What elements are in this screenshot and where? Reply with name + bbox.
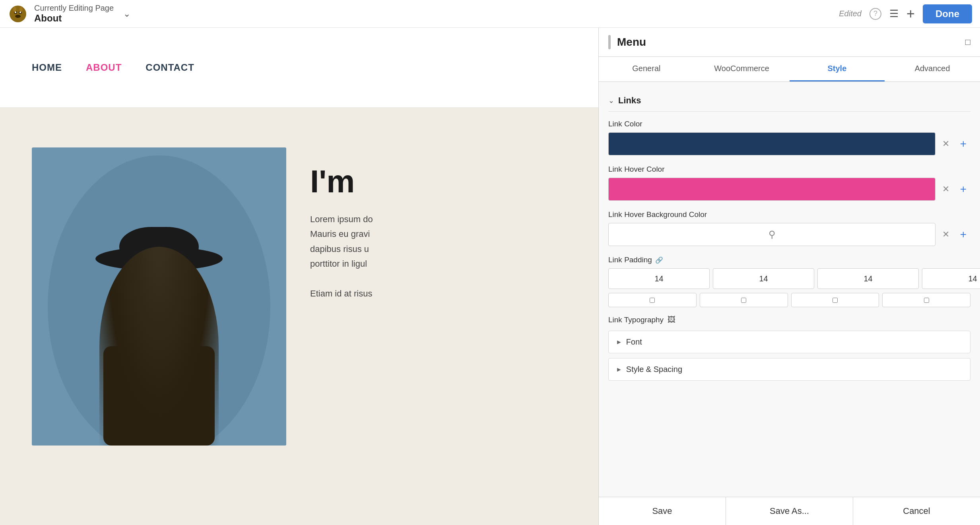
padding-left-input[interactable] (922, 268, 980, 289)
link-color-clear[interactable]: ✕ (939, 139, 953, 149)
drag-handle[interactable] (608, 35, 611, 49)
typography-label-row: Link Typography 🖼 (608, 315, 970, 324)
padding-right-input[interactable] (713, 268, 814, 289)
link-hover-bg-color-add[interactable]: + (956, 228, 970, 241)
hero-image-placeholder (32, 147, 286, 446)
padding-check-bottom[interactable] (791, 293, 879, 307)
link-hover-bg-color-field: Link Hover Background Color ⚲ ✕ + (608, 210, 970, 246)
style-spacing-chevron: ► (616, 366, 622, 373)
link-hover-bg-color-row: ⚲ ✕ + (608, 223, 970, 246)
tab-woocommerce[interactable]: WooCommerce (694, 57, 790, 81)
save-button[interactable]: Save (599, 497, 726, 525)
link-hover-color-clear[interactable]: ✕ (939, 184, 953, 194)
panel-tabs: General WooCommerce Style Advanced (599, 57, 980, 82)
padding-top-input[interactable] (608, 268, 710, 289)
svg-rect-24 (103, 346, 215, 446)
site-logo (8, 4, 28, 24)
tab-advanced[interactable]: Advanced (885, 57, 980, 81)
help-button[interactable]: ? (869, 8, 881, 20)
svg-point-23 (48, 155, 270, 446)
font-chevron: ► (616, 339, 622, 346)
settings-panel: Menu □ General WooCommerce Style Advance… (598, 28, 980, 525)
style-spacing-label: Style & Spacing (626, 365, 682, 374)
font-subsection: ► Font (608, 331, 970, 353)
svg-rect-33 (163, 294, 179, 305)
padding-check-left[interactable] (882, 293, 970, 307)
panel-footer: Save Save As... Cancel (599, 497, 980, 525)
checkbox-left[interactable] (924, 298, 929, 303)
svg-point-35 (147, 322, 171, 338)
svg-rect-32 (139, 294, 155, 305)
svg-point-0 (10, 6, 26, 22)
svg-point-25 (119, 251, 199, 346)
link-color-add[interactable]: + (956, 138, 970, 150)
svg-rect-27 (119, 227, 199, 267)
svg-point-29 (165, 293, 177, 304)
cancel-button[interactable]: Cancel (853, 497, 980, 525)
minimize-button[interactable]: □ (965, 37, 970, 47)
save-as-button[interactable]: Save As... (726, 497, 853, 525)
currently-editing-label: Currently Editing Page (34, 4, 114, 13)
link-color-swatch[interactable] (608, 132, 935, 155)
checkbox-bottom[interactable] (833, 298, 838, 303)
link-hover-bg-color-label: Link Hover Background Color (608, 210, 970, 219)
panel-title: Menu (617, 36, 646, 48)
padding-bottom-input[interactable] (817, 268, 919, 289)
style-spacing-subsection: ► Style & Spacing (608, 358, 970, 381)
link-padding-inputs: px ⌄ (608, 268, 970, 289)
top-bar: Currently Editing Page About ⌄ Edited ? … (0, 0, 980, 28)
monitor-icon: 🖼 (668, 315, 675, 324)
nav-links: HOME ABOUT CONTACT (32, 62, 194, 73)
hero-body: Lorem ipsum do Mauris eu gravi dapibus r… (310, 212, 588, 301)
svg-point-6 (13, 7, 16, 12)
svg-point-3 (15, 15, 21, 18)
padding-check-top[interactable] (608, 293, 697, 307)
hamburger-icon[interactable]: ☰ (889, 8, 898, 20)
nav-link-home[interactable]: HOME (32, 62, 62, 73)
add-button[interactable]: + (906, 6, 915, 22)
link-typography-label: Link Typography (608, 316, 664, 324)
hero-image (32, 147, 286, 446)
edited-label: Edited (839, 9, 862, 18)
link-padding-label-row: Link Padding 🔗 (608, 256, 970, 264)
link-padding-field: Link Padding 🔗 px ⌄ (608, 256, 970, 307)
link-hover-bg-color-clear[interactable]: ✕ (939, 229, 953, 240)
links-chevron: ⌄ (608, 96, 614, 105)
link-color-field: Link Color ✕ + (608, 120, 970, 155)
link-color-label: Link Color (608, 120, 970, 128)
checkbox-right[interactable] (741, 298, 746, 303)
svg-point-28 (141, 293, 153, 304)
links-section-header[interactable]: ⌄ Links (608, 90, 970, 112)
svg-point-30 (144, 295, 152, 303)
page-name: About (34, 13, 114, 24)
checkbox-top[interactable] (650, 298, 655, 303)
panel-header: Menu □ (599, 28, 980, 57)
done-button[interactable]: Done (923, 4, 972, 23)
link-hover-bg-color-swatch[interactable]: ⚲ (608, 223, 935, 246)
nav-link-about[interactable]: ABOUT (86, 62, 122, 73)
panel-body: ⌄ Links Link Color ✕ + Link Hover Color … (599, 82, 980, 497)
links-label: Links (618, 95, 641, 106)
link-hover-color-field: Link Hover Color ✕ + (608, 165, 970, 201)
tab-general[interactable]: General (599, 57, 694, 81)
link-icon: 🔗 (655, 256, 663, 264)
link-typography-field: Link Typography 🖼 ► Font ► Style & Spaci… (608, 315, 970, 381)
link-hover-color-label: Link Hover Color (608, 165, 970, 174)
link-hover-color-add[interactable]: + (956, 183, 970, 196)
svg-point-26 (95, 247, 223, 271)
eyedropper-icon: ⚲ (768, 229, 776, 240)
nav-link-contact[interactable]: CONTACT (146, 62, 194, 73)
font-label: Font (626, 337, 642, 347)
padding-check-right[interactable] (700, 293, 788, 307)
page-selector-chevron[interactable]: ⌄ (123, 9, 130, 19)
padding-checkboxes (608, 293, 970, 307)
font-subsection-header[interactable]: ► Font (609, 331, 970, 353)
tab-style[interactable]: Style (790, 57, 885, 81)
svg-point-8 (15, 12, 16, 13)
link-hover-color-row: ✕ + (608, 178, 970, 201)
svg-point-31 (168, 295, 176, 303)
link-hover-color-swatch[interactable] (608, 178, 935, 201)
svg-point-7 (19, 7, 23, 12)
style-spacing-subsection-header[interactable]: ► Style & Spacing (609, 358, 970, 380)
svg-point-9 (19, 12, 21, 13)
